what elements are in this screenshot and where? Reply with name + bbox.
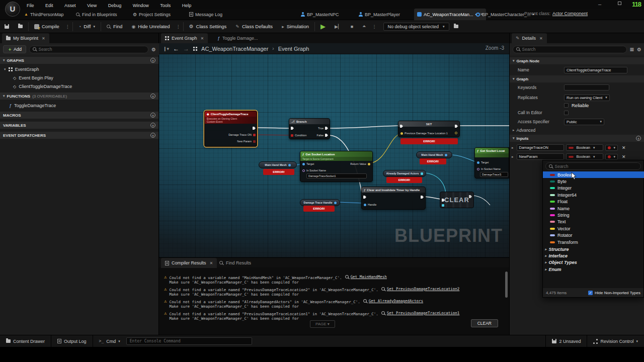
sidebar-item-eventgraph[interactable]: ▾ EventGraph [4, 66, 39, 73]
type-group-interface[interactable]: ▸Interface [543, 252, 644, 259]
type-option-float[interactable]: Float [543, 199, 644, 205]
input-type-dropdown[interactable]: Boolean▾ [566, 153, 603, 160]
false-pin[interactable]: False [317, 134, 328, 137]
node-already-damaged-actors[interactable]: Already Damaged Actors [383, 170, 426, 177]
type-group-structure[interactable]: ▸Structure [543, 246, 644, 252]
node-clear-invalidate-timer[interactable]: ƒ Clear and Invalidate Timer by Handle H… [361, 187, 426, 210]
back-button[interactable]: ← [173, 45, 179, 52]
damage-trace-on-pin[interactable]: Damage Trace ON [228, 133, 256, 136]
event-graph-tab[interactable]: Event Graph ✕ [161, 33, 208, 43]
node-get-socket-location[interactable]: ƒ Get Socket Location Target is Scene Co… [300, 151, 373, 182]
play-options-button[interactable]: ⋮ [371, 24, 378, 29]
input-type-dropdown[interactable]: Boolean▾ [566, 144, 603, 151]
node-clienttoggledamagetrace[interactable]: ◆ ClientToggleDamageTrace Executes on Ow… [204, 111, 257, 147]
simulation-button[interactable]: ▸ Simulation [277, 20, 313, 33]
tab-message-log[interactable]: Message Log [186, 9, 225, 20]
tab-bp-masternpc[interactable]: BP_MasterNPC [298, 9, 342, 20]
call-in-editor-checkbox[interactable] [564, 111, 569, 115]
type-option-boolean[interactable]: Boolean [543, 171, 644, 178]
stop-button[interactable]: ■ [346, 20, 358, 33]
details-tab[interactable]: ✎ Details ✕ [512, 33, 547, 43]
checkbox-checked[interactable]: ✓ [588, 291, 593, 295]
breadcrumb-root[interactable]: AC_WeaponTraceManager [201, 46, 268, 52]
event-dispatchers-section-header[interactable]: EVENT DISPATCHERS ＋ [0, 132, 158, 139]
find-results-tab[interactable]: Find Results [215, 258, 255, 268]
add-function-button[interactable]: ＋ [150, 94, 155, 99]
input-name-field[interactable]: DamageTraceON [517, 144, 564, 151]
node-get-socket-location-2[interactable]: ƒ Get Socket Locat Target In Socket Name… [474, 147, 509, 178]
content-drawer-button[interactable]: Content Drawer [0, 335, 51, 347]
frame-skip-button[interactable]: ▶▏ [330, 20, 346, 33]
asset-link[interactable]: Set PreviousDamageTraceLocation1 [381, 311, 460, 316]
sidebar-item-toggledamagetrace[interactable]: ƒ ToggleDamageTrace [9, 102, 56, 109]
add-variable-button[interactable]: ＋ [150, 123, 155, 128]
window-maximize-button[interactable] [618, 2, 621, 5]
compiler-results-tab[interactable]: Compiler Results ✕ [161, 258, 217, 268]
add-button[interactable]: ＋Add [3, 45, 26, 53]
close-icon[interactable]: ✕ [539, 36, 543, 41]
hide-non-imported-toggle[interactable]: ✓ Hide Non-Imported Types [588, 291, 640, 295]
node-clear[interactable]: CLEAR [440, 192, 474, 208]
handle-pin[interactable]: Handle [364, 203, 376, 206]
window-minimize-button[interactable]: – [598, 1, 601, 7]
tab-project-settings[interactable]: ⚙ Project Settings [130, 9, 174, 20]
unreal-logo[interactable]: U [5, 2, 20, 17]
return-value-pin[interactable]: Return Value [350, 162, 370, 165]
exec-out-pin[interactable] [455, 125, 458, 128]
mesh-out-pin[interactable] [445, 154, 447, 156]
variables-section-header[interactable]: VARIABLES ＋ [0, 122, 158, 129]
hide-unrelated-button[interactable]: ◉ Hide Unrelated [127, 20, 174, 33]
scrollbar-thumb[interactable] [505, 272, 508, 298]
graphs-section-header[interactable]: ▾GRAPHS ＋ [0, 57, 158, 64]
keywords-field[interactable] [564, 84, 609, 90]
target-pin[interactable]: Target [477, 161, 489, 164]
cmd-dropdown[interactable]: >_ Cmd▾ [93, 335, 126, 347]
type-search-input[interactable] [554, 164, 637, 169]
sidebar-item-event-begin-play[interactable]: ◇ Event Begin Play [13, 74, 53, 81]
node-branch[interactable]: ⎇ Branch Condition True False [289, 118, 330, 139]
settings-gear-icon[interactable]: ⚙ [637, 47, 641, 52]
socket-name-field[interactable]: DamageTraceS [480, 172, 508, 177]
class-defaults-button[interactable]: ✎ Class Defaults [231, 20, 277, 33]
compile-button[interactable]: Compile [30, 20, 64, 33]
revision-control-button[interactable]: Revision Control▾ [587, 335, 644, 347]
hide-unrelated-options-button[interactable]: ⋮ [175, 24, 182, 29]
sidebar-item-clienttoggledamagetrace[interactable]: ◇ ClientToggleDamageTrace [13, 83, 72, 90]
add-input-button[interactable]: ＋ [636, 136, 641, 141]
input-container-dropdown[interactable]: ▾ [605, 154, 618, 160]
graph-canvas[interactable]: BLUEPRINT ◆ ClientToggleDamageTrace Exec… [159, 54, 509, 257]
macros-section-header[interactable]: MACROS ＋ [0, 112, 158, 119]
type-option-integer[interactable]: Integer [543, 185, 644, 192]
type-option-string[interactable]: String [543, 212, 644, 218]
debug-object-dropdown[interactable]: No debug object selected▾ [383, 23, 449, 31]
display-filter-icon[interactable]: ▦ [630, 47, 634, 52]
breadcrumb-current[interactable]: Event Graph [278, 46, 309, 52]
add-graph-button[interactable]: ＋ [150, 58, 155, 63]
asset-link[interactable]: Get MainHandMesh [345, 275, 387, 280]
class-settings-button[interactable]: ⚙ Class Settings [185, 20, 231, 33]
value-pin[interactable]: Previous Damage Trace Location 1 [400, 132, 448, 135]
asset-link[interactable]: Get AlreadyDamagedActors [363, 299, 423, 304]
exec-in-pin[interactable] [363, 196, 366, 199]
save-button[interactable] [0, 20, 14, 33]
details-search[interactable] [513, 46, 627, 53]
condition-pin[interactable]: Condition [291, 134, 306, 137]
clear-results-button[interactable]: CLEAR [471, 319, 498, 327]
diff-button[interactable]: ◔ Diff▾ [74, 20, 100, 33]
browse-button[interactable] [14, 20, 27, 33]
my-blueprint-search[interactable] [29, 46, 148, 53]
toggle-damage-tab[interactable]: ƒ Toggle Damage... [213, 33, 262, 43]
type-option-vector[interactable]: Vector [543, 225, 644, 232]
graph-node-section[interactable]: ▾Graph Node [510, 57, 644, 64]
type-option-transform[interactable]: Transform [543, 239, 644, 245]
remove-input-button[interactable]: ✕ [622, 154, 626, 159]
add-macro-button[interactable]: ＋ [150, 113, 155, 118]
socket-name-pin[interactable]: In Socket Name [302, 169, 326, 172]
type-option-integer64[interactable]: Integer64 [543, 192, 644, 198]
details-search-input[interactable] [522, 47, 623, 52]
type-option-rotator[interactable]: Rotator [543, 232, 644, 239]
target-pin[interactable]: Target [302, 162, 314, 165]
advanced-row[interactable]: ▸ Advanced [510, 127, 644, 134]
reliable-checkbox[interactable] [564, 103, 569, 108]
expand-icon[interactable]: ▸ [510, 155, 514, 159]
